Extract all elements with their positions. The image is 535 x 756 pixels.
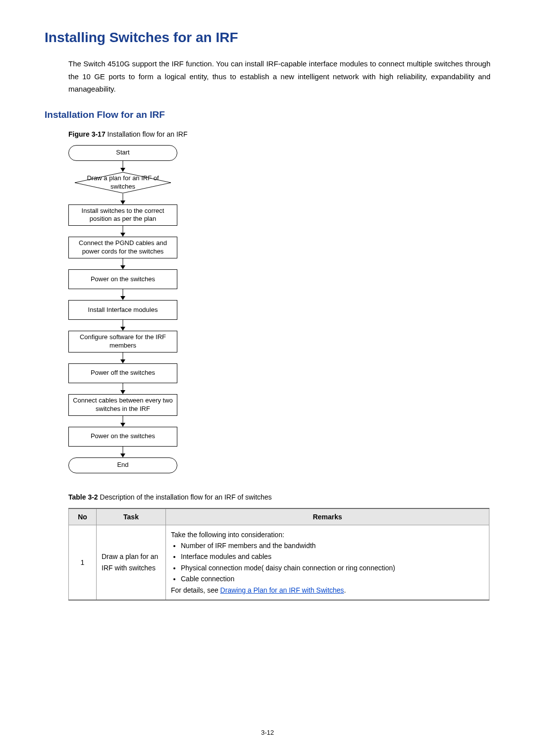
flow-arrow bbox=[68, 447, 177, 457]
remarks-trail-pre: For details, see bbox=[171, 586, 220, 594]
svg-marker-1 bbox=[120, 168, 125, 172]
th-task: Task bbox=[97, 508, 166, 525]
remarks-trail: For details, see Drawing a Plan for an I… bbox=[171, 585, 484, 596]
svg-marker-8 bbox=[120, 265, 125, 269]
flow-step: Connect cables between every two switche… bbox=[68, 394, 177, 416]
list-item: Cable connection bbox=[181, 573, 484, 584]
page-number: 3-12 bbox=[0, 729, 535, 736]
remarks-list: Number of IRF members and the bandwidth … bbox=[181, 540, 484, 585]
svg-marker-16 bbox=[120, 390, 125, 394]
flow-end: End bbox=[68, 457, 177, 473]
figure-label: Figure 3-17 bbox=[68, 130, 106, 138]
svg-marker-20 bbox=[120, 454, 125, 457]
flow-step: Configure software for the IRF members bbox=[68, 331, 177, 353]
svg-marker-4 bbox=[120, 201, 125, 204]
svg-marker-12 bbox=[120, 327, 125, 331]
intro-paragraph: The Switch 4510G support the IRF functio… bbox=[68, 57, 490, 96]
svg-marker-6 bbox=[120, 233, 125, 237]
installation-flow-table: No Task Remarks 1 Draw a plan for an IRF… bbox=[68, 508, 489, 601]
list-item: Physical connection mode( daisy chain co… bbox=[181, 562, 484, 573]
list-item: Interface modules and cables bbox=[181, 551, 484, 562]
flow-step: Install Interface modules bbox=[68, 300, 177, 320]
flow-start: Start bbox=[68, 145, 177, 161]
figure-caption: Figure 3-17 Installation flow for an IRF bbox=[68, 130, 490, 138]
table-label: Table 3-2 bbox=[68, 493, 98, 501]
table-caption: Table 3-2 Description of the installatio… bbox=[68, 493, 490, 501]
flow-arrow bbox=[68, 383, 177, 394]
flow-step: Power off the switches bbox=[68, 363, 177, 383]
svg-marker-18 bbox=[120, 423, 125, 427]
flow-step: Power on the switches bbox=[68, 269, 177, 289]
flow-step: Power on the switches bbox=[68, 427, 177, 447]
table-container: No Task Remarks 1 Draw a plan for an IRF… bbox=[68, 508, 490, 601]
flow-arrow bbox=[68, 289, 177, 300]
remarks-link[interactable]: Drawing a Plan for an IRF with Switches bbox=[220, 586, 344, 594]
cell-remarks: Take the following into consideration: N… bbox=[166, 525, 489, 600]
flow-step: Install switches to the correct position… bbox=[68, 204, 177, 226]
remarks-trail-post: . bbox=[344, 586, 346, 594]
flow-decision-text: Draw a plan for an IRF of switches bbox=[68, 174, 177, 191]
flow-arrow bbox=[68, 258, 177, 269]
th-no: No bbox=[69, 508, 97, 525]
flow-step: Connect the PGND cables and power cords … bbox=[68, 237, 177, 258]
svg-marker-14 bbox=[120, 359, 125, 363]
flow-arrow bbox=[68, 226, 177, 237]
flow-arrow bbox=[68, 161, 177, 172]
flow-decision: Draw a plan for an IRF of switches bbox=[68, 172, 177, 194]
svg-marker-10 bbox=[120, 296, 125, 300]
table-title: Description of the installation flow for… bbox=[100, 493, 272, 501]
flow-arrow bbox=[68, 194, 177, 204]
page-heading: Installing Switches for an IRF bbox=[45, 30, 490, 46]
flow-arrow bbox=[68, 320, 177, 331]
table-row: 1 Draw a plan for an IRF with switches T… bbox=[69, 525, 489, 600]
list-item: Number of IRF members and the bandwidth bbox=[181, 540, 484, 551]
flowchart: Start Draw a plan for an IRF of switches… bbox=[68, 145, 187, 473]
flow-arrow bbox=[68, 353, 177, 363]
figure-title: Installation flow for an IRF bbox=[107, 130, 188, 138]
remarks-lead: Take the following into consideration: bbox=[171, 529, 484, 540]
flow-arrow bbox=[68, 416, 177, 427]
section-heading: Installation Flow for an IRF bbox=[45, 109, 490, 120]
cell-no: 1 bbox=[69, 525, 97, 600]
cell-task: Draw a plan for an IRF with switches bbox=[97, 525, 166, 600]
th-remarks: Remarks bbox=[166, 508, 489, 525]
